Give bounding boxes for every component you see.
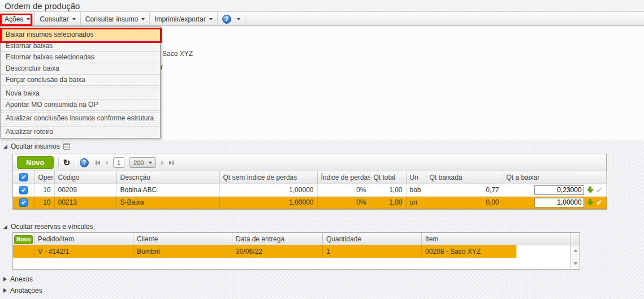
cell-descricao: Bobina ABC [116, 184, 219, 196]
insumos-grid: Novo ↻ ? 1 200 ✔ Oper Código [12, 154, 607, 210]
main-toolbar: Ações Consultar Consultar insumo Imprimi… [0, 12, 644, 26]
qt-a-baixar-input[interactable] [534, 185, 584, 195]
header-scroll-spacer [570, 233, 580, 245]
cell-qt-sem-indice: 1,00000 [219, 196, 317, 209]
partial-text-fragment: r [161, 63, 163, 71]
section-toggle-anexos[interactable]: Anexos [3, 275, 33, 283]
cell-un: bob [406, 184, 426, 196]
cell-qt-baixada: 0,00 [426, 196, 503, 209]
novo-button-small[interactable]: Novo [14, 235, 33, 244]
toolbar-separator [58, 157, 59, 168]
menu-button-consultar-insumo-label: Consultar insumo [85, 15, 138, 23]
chevron-down-icon [237, 18, 240, 20]
section-label-insumos: Ocultar insumos [11, 142, 60, 150]
menu-button-acoes[interactable]: Ações [0, 12, 35, 25]
menu-button-consultar-insumo[interactable]: Consultar insumo [81, 12, 150, 25]
insumos-row-1[interactable]: ✔ 10 00209 Bobina ABC 1,00000 0% 1,00 bo… [13, 184, 606, 196]
qt-a-baixar-input[interactable] [534, 198, 584, 207]
current-page-input[interactable]: 1 [113, 157, 124, 168]
menu-item-estornar-baixas-selecionadas[interactable]: Estornar baixas selecionadas [1, 52, 160, 63]
collapse-triangle-icon [3, 145, 7, 149]
page-size-select[interactable]: 200 [129, 157, 156, 168]
insumos-header-row: ✔ Oper Código Descrição Qt sem índice de… [13, 171, 606, 184]
expand-triangle-icon [3, 288, 7, 293]
chevron-down-icon [209, 18, 213, 20]
confirm-check-icon[interactable]: ✔ [597, 186, 603, 194]
menu-item-forcar-conclusao-da-baixa[interactable]: Forçar conclusão da baixa [1, 75, 160, 86]
cell-oper: 10 [34, 196, 54, 209]
cell-quantidade: 1 [323, 245, 422, 258]
reservas-row-selected[interactable]: V - #142/1 Bombril 30/06/22 1 00208 - Sa… [13, 245, 580, 258]
col-header-item[interactable]: Item [422, 233, 570, 245]
novo-button[interactable]: Novo [17, 156, 54, 169]
menu-item-atualizar-conclusoes-insumos[interactable]: Atualizar conclusões insumos conforme es… [1, 113, 160, 124]
menu-button-acoes-label: Ações [5, 15, 23, 23]
cell-item-text: 00208 - Saco XYZ [422, 245, 484, 258]
item-text-fragment: Saco XYZ [162, 50, 193, 58]
baixar-arrow-icon[interactable] [587, 199, 594, 206]
acoes-dropdown-menu: Baixar insumos selecionados Estornar bai… [0, 26, 161, 138]
menu-item-desconcluir-baixa[interactable]: Desconcluir baixa [1, 63, 160, 75]
col-header-quantidade[interactable]: Quantidade [323, 233, 422, 245]
help-menu-button[interactable]: ? [218, 12, 245, 25]
cell-item: 00208 - Saco XYZ [422, 245, 570, 258]
previous-page-button[interactable] [105, 161, 108, 165]
col-header-cliente[interactable]: Cliente [133, 233, 232, 245]
help-icon[interactable]: ? [222, 15, 231, 24]
baixar-arrow-icon[interactable] [587, 187, 594, 193]
col-header-qt-total[interactable]: Qt total [370, 171, 406, 184]
chevron-down-icon [72, 18, 76, 20]
cell-oper: 10 [34, 184, 54, 196]
col-header-qt-a-baixar[interactable]: Qt a baixar [503, 171, 606, 184]
chevron-down-icon [141, 18, 145, 20]
grid-view-icon[interactable] [63, 143, 70, 150]
scroll-up-icon[interactable] [573, 249, 578, 252]
chevron-down-icon [27, 18, 30, 20]
menu-item-baixar-insumos-selecionados[interactable]: Baixar insumos selecionados [1, 29, 160, 41]
row-checkbox[interactable]: ✔ [19, 186, 28, 194]
first-page-button[interactable] [96, 161, 100, 165]
next-page-button[interactable] [161, 161, 164, 165]
menu-button-consultar[interactable]: Consultar [35, 12, 80, 25]
last-page-button[interactable] [169, 161, 174, 165]
section-label-anotacoes: Anotações [10, 287, 42, 294]
cell-descricao: S-Baixa [116, 196, 219, 209]
menu-item-estornar-baixas[interactable]: Estornar baixas [1, 41, 160, 52]
menu-item-nova-baixa[interactable]: Nova baixa [1, 88, 160, 99]
menu-item-atualizar-roteiro[interactable]: Atualizar roteiro [1, 127, 160, 138]
vertical-scrollbar[interactable] [570, 245, 580, 269]
menu-item-apontar-mo-consumida-na-op[interactable]: Apontar MO consumida na OP [1, 99, 160, 111]
cell-qt-baixada: 0,77 [426, 184, 503, 196]
col-header-qt-baixada[interactable]: Qt baixada [426, 171, 503, 184]
section-toggle-reservas[interactable]: Ocultar reservas e vínculos [3, 223, 93, 231]
select-all-checkbox[interactable]: ✔ [19, 173, 28, 181]
cell-indice-perdas: 0% [317, 184, 370, 196]
insumos-grid-toolbar: Novo ↻ ? 1 200 [13, 154, 606, 171]
scroll-down-icon[interactable] [573, 262, 578, 265]
menu-button-imprimir-exportar[interactable]: Imprimir/exportar [150, 12, 218, 25]
cell-codigo: 00213 [54, 196, 116, 209]
refresh-icon[interactable]: ↻ [63, 158, 71, 167]
col-header-pedido-item[interactable]: Pedido/Item [34, 233, 133, 245]
section-toggle-insumos[interactable]: Ocultar insumos [3, 142, 70, 150]
col-header-indice-perdas[interactable]: Índice de perdas [317, 171, 370, 184]
cell-qt-total: 1,00 [370, 196, 406, 209]
section-label-reservas: Ocultar reservas e vínculos [11, 223, 93, 231]
col-header-qt-sem-indice[interactable]: Qt sem índice de perdas [219, 171, 317, 184]
insumos-row-2-selected[interactable]: ✔ 10 00213 S-Baixa 1,00000 0% 1,00 un 0,… [13, 196, 606, 209]
col-header-codigo[interactable]: Código [54, 171, 116, 184]
col-header-descricao[interactable]: Descrição [116, 171, 219, 184]
confirm-check-icon[interactable]: ✔ [597, 198, 603, 207]
row-checkbox[interactable]: ✔ [19, 198, 28, 207]
grid-help-icon[interactable]: ? [80, 158, 89, 167]
page-title: Ordem de produção [5, 1, 80, 11]
col-header-un[interactable]: Un [406, 171, 426, 184]
cell-cliente: Bombril [133, 245, 232, 258]
col-header-oper[interactable]: Oper [34, 171, 54, 184]
cell-data-entrega: 30/06/22 [232, 245, 323, 258]
section-label-anexos: Anexos [10, 275, 33, 283]
section-toggle-anotacoes[interactable]: Anotações [3, 287, 42, 294]
cell-row-handle [13, 245, 34, 258]
col-header-data-entrega[interactable]: Data de entrega [232, 233, 323, 245]
toolbar-separator [75, 157, 75, 168]
